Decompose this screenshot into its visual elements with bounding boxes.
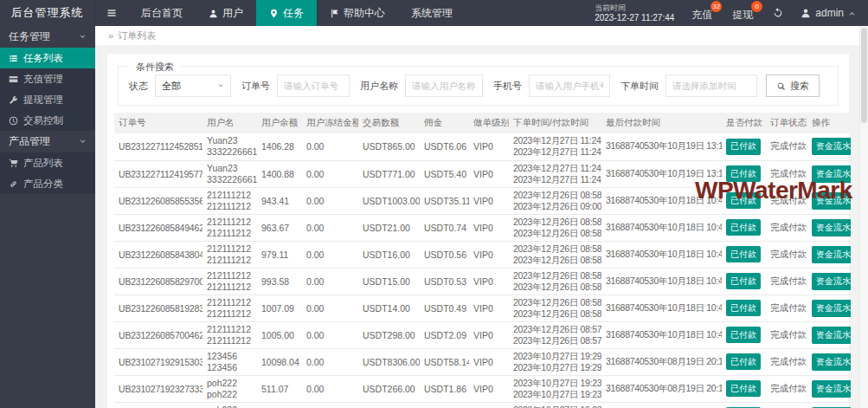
status-select[interactable]: 全部 [155, 74, 231, 97]
cell-order-status: 完成付款 [766, 321, 807, 348]
cell-trade-amount: USDT8306.00 [358, 348, 420, 375]
order-time-label: 下单时间 [620, 80, 659, 93]
order-time: 2023年12月26日 08:57:00 [513, 324, 597, 335]
top-nav-item[interactable]: 系统管理 [398, 0, 466, 26]
order-no-input[interactable] [277, 74, 350, 97]
pay-time: 2023年10月27日 19:29:19 [513, 362, 597, 373]
cell-level: VIP0 [469, 133, 509, 160]
cell-paid: 已付款 [722, 295, 766, 321]
header-action-button[interactable]: 充值 32 [683, 0, 723, 26]
phone-input[interactable] [529, 74, 610, 97]
cell-frozen-amount: 0.00 [302, 268, 358, 295]
top-nav-item[interactable]: 后台首页 [128, 0, 196, 26]
top-nav-item[interactable]: 任务 [256, 0, 317, 26]
cell-frozen-amount: 0.00 [302, 214, 358, 241]
table-header-cell: 订单状态 [766, 113, 807, 133]
cell-order-pay-time: 2023年12月26日 08:58:19 2023年12月26日 08:58:2… [509, 295, 601, 321]
cell-frozen-amount: 0.00 [302, 402, 358, 408]
cell-paid: 已付款 [722, 402, 766, 408]
fund-flow-button[interactable]: 资金流水 [812, 246, 851, 263]
order-list-card: 条件搜索 状态 全部 订单号 用户名称 手机号 下单时间 搜索 [107, 54, 849, 408]
table-row: UB2312271124528513 Yuan23 3332226661 140… [114, 133, 851, 160]
sidebar-group-product[interactable]: 产品管理 [0, 131, 95, 152]
sidebar-item-label: 充值管理 [23, 73, 63, 86]
sidebar-group-label: 产品管理 [9, 134, 50, 149]
cell-last-pay-time: 31688740530年10月18日 10:45:08 [601, 268, 722, 295]
order-time-input[interactable] [665, 74, 757, 97]
sidebar-item[interactable]: 产品列表 [0, 152, 95, 173]
cell-last-pay-time: 31688740530年10月19日 13:11:31 [601, 133, 722, 160]
header-action-label: 提现 [732, 8, 753, 23]
cell-paid: 已付款 [722, 214, 766, 241]
chevron-up-icon [848, 10, 856, 17]
scrollbar[interactable] [859, 26, 868, 408]
sidebar-group-task[interactable]: 任务管理 [0, 26, 95, 48]
sidebar-item[interactable]: 充值管理 [0, 68, 95, 89]
order-time: 2023年12月27日 11:24:52 [513, 135, 597, 146]
cell-last-pay-time: 31688740530年08月19日 20:10:06 [601, 375, 722, 402]
fund-flow-button[interactable]: 资金流水 [812, 327, 851, 344]
phone-label: 手机号 [493, 80, 522, 93]
menu-toggle-button[interactable] [95, 0, 128, 26]
cell-actions: 资金流水 [807, 268, 851, 295]
table-header-cell: 下单时间/付款时间 [509, 113, 601, 133]
cell-actions: 资金流水 [807, 295, 851, 321]
paid-badge: 已付款 [726, 139, 761, 155]
cell-order-pay-time: 2023年10月27日 19:29:15 2023年10月27日 19:29:1… [509, 348, 601, 375]
fund-flow-button[interactable]: 资金流水 [812, 353, 851, 371]
table-row: UB2312260858494623 212111212 212111212 9… [114, 214, 851, 241]
cell-level: VIP0 [469, 187, 509, 214]
fund-flow-button[interactable]: 资金流水 [812, 273, 851, 290]
breadcrumb: » 订单列表 [95, 26, 868, 45]
order-time: 2023年12月26日 08:58:49 [513, 217, 597, 228]
username-input[interactable] [405, 74, 483, 97]
table-header-cell: 用户冻结金额 [302, 113, 358, 133]
cell-trade-amount: USDT266.00 [358, 375, 420, 402]
table-header-cell: 交易数额 [358, 113, 420, 133]
chevron-down-icon [217, 82, 224, 89]
sidebar: 任务管理 任务列表 充值管理 提现管理 交易控制 产品管理 [0, 26, 95, 408]
link-icon [9, 179, 18, 189]
cell-level: VIP0 [469, 214, 509, 241]
sidebar-item[interactable]: 交易控制 [0, 110, 95, 131]
cell-commission: USDT35.11 [420, 187, 469, 214]
fund-flow-button[interactable]: 资金流水 [812, 219, 851, 236]
main-content: » 订单列表 条件搜索 状态 全部 订单号 用户名称 手机号 下单时间 [95, 26, 868, 408]
top-nav-item[interactable]: 用户 [196, 0, 256, 26]
cell-actions: 资金流水 [807, 321, 851, 348]
top-nav-item-label: 帮助中心 [344, 6, 385, 21]
admin-menu[interactable]: admin [792, 7, 868, 19]
search-button[interactable]: 搜索 [766, 74, 820, 97]
scrollbar-thumb[interactable] [861, 28, 867, 123]
cell-balance: 10098.04 [257, 348, 302, 375]
cell-trade-amount: USDT14.00 [358, 295, 420, 321]
cell-last-pay-time: 31688740530年10月18日 10:45:22 [601, 241, 722, 268]
sidebar-product-items: 产品列表 产品分类 [0, 152, 95, 194]
username-account: 212111212 [207, 335, 253, 346]
cell-order-no: UB2312271124195776 [114, 160, 203, 187]
header-action-button[interactable]: 提现 0 [723, 0, 764, 26]
cell-commission: USDT2.56 [420, 402, 469, 408]
cell-order-pay-time: 2023年12月26日 08:58:43 2023年12月26日 08:58:4… [509, 241, 601, 268]
refresh-button[interactable] [764, 8, 792, 18]
sidebar-item-label: 任务列表 [23, 52, 63, 65]
breadcrumb-separator: » [108, 30, 113, 41]
cell-paid: 已付款 [722, 268, 766, 295]
wrench-icon [9, 95, 18, 105]
cell-order-pay-time: 2023年12月27日 11:24:52 2023年12月27日 11:24:5… [509, 133, 601, 160]
top-nav-item[interactable]: 帮助中心 [317, 0, 398, 26]
cell-level: VIP0 [469, 402, 509, 408]
pay-time: 2023年10月27日 19:23:32 [513, 389, 597, 400]
header-right: 当前时间 2023-12-27 11:27:44 充值 32 提现 0 admi… [586, 0, 868, 26]
fund-flow-button[interactable]: 资金流水 [812, 300, 851, 317]
sidebar-item-label: 提现管理 [23, 94, 63, 107]
top-nav-item-label: 后台首页 [141, 6, 183, 21]
fund-flow-button[interactable]: 资金流水 [812, 380, 851, 398]
sidebar-item[interactable]: 提现管理 [0, 89, 95, 110]
sidebar-item[interactable]: 产品分类 [0, 173, 95, 194]
fund-flow-button[interactable]: 资金流水 [812, 138, 851, 155]
cell-order-no: UB2312260857004622 [114, 321, 203, 348]
cell-order-status: 完成付款 [766, 133, 807, 160]
cell-commission: USDT1.86 [420, 375, 469, 402]
sidebar-item[interactable]: 任务列表 [0, 48, 95, 68]
